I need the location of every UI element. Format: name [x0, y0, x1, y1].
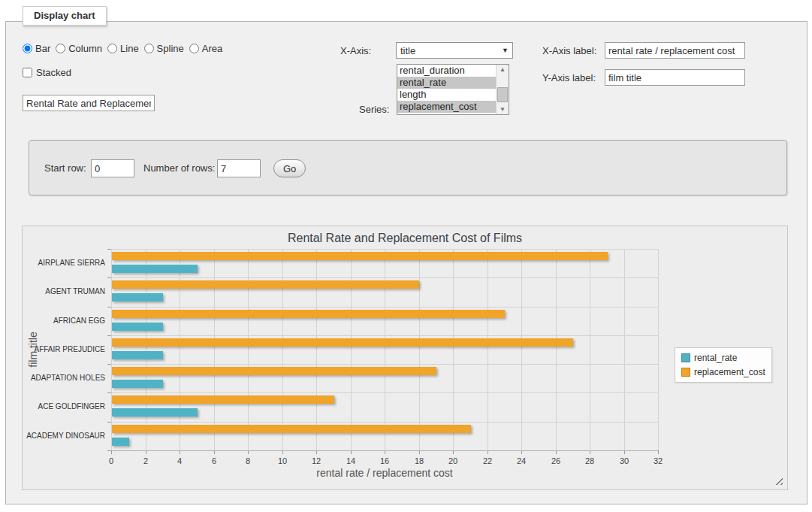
gridline-v — [146, 249, 146, 450]
series-option-rental_rate[interactable]: rental_rate — [397, 77, 496, 89]
category-label: AIRPLANE SIERRA — [23, 249, 105, 277]
chart-title: Rental Rate and Replacement Cost of Film… — [23, 232, 787, 245]
chart-type-radio-column[interactable] — [56, 44, 65, 53]
x-tick-label: 4 — [168, 456, 191, 465]
x-axis-select-label: X-Axis: — [340, 45, 371, 56]
gridline-h — [111, 249, 658, 250]
bar-rental_rate[interactable] — [112, 380, 163, 388]
series-option-replacement_cost[interactable]: replacement_cost — [397, 101, 496, 113]
x-axis-select[interactable]: title ▼ — [396, 42, 513, 59]
stacked-checkbox[interactable] — [23, 68, 32, 77]
x-tick-label: 6 — [203, 456, 225, 465]
chart-type-radio-area[interactable] — [189, 44, 199, 53]
series-option-rental_duration[interactable]: rental_duration — [397, 65, 496, 77]
category-label: ACADEMY DINOSAUR — [23, 422, 105, 450]
chart-type-option-column[interactable]: Column — [56, 43, 102, 54]
chart-type-option-area[interactable]: Area — [189, 43, 222, 54]
legend-item-replacement_cost[interactable]: replacement_cost — [681, 367, 765, 377]
start-row-label: Start row: — [44, 159, 86, 177]
y-tick — [107, 307, 111, 308]
x-tick-label: 0 — [100, 456, 122, 465]
legend-label: rental_rate — [694, 353, 737, 363]
legend-item-rental_rate[interactable]: rental_rate — [681, 353, 765, 363]
chart-type-option-spline[interactable]: Spline — [144, 43, 184, 54]
gridline-v — [624, 249, 625, 450]
x-tick-label: 8 — [237, 456, 259, 465]
x-axis-select-value: title — [400, 45, 415, 56]
series-listbox[interactable]: rental_durationrental_ratelengthreplacem… — [397, 64, 509, 115]
y-tick — [107, 364, 111, 365]
chart-type-option-bar[interactable]: Bar — [23, 43, 50, 54]
bar-replacement_cost[interactable] — [112, 367, 436, 375]
x-tick-label: 2 — [134, 456, 157, 465]
gridline-v — [180, 249, 180, 450]
gridline-v — [419, 249, 420, 450]
gridline-h — [111, 335, 658, 336]
x-axis-title: rental rate / replacement cost — [111, 467, 658, 479]
chart-type-label: Bar — [35, 43, 50, 54]
bar-rental_rate[interactable] — [112, 351, 163, 359]
gridline-v — [248, 249, 249, 450]
bar-replacement_cost[interactable] — [112, 425, 471, 433]
bar-replacement_cost[interactable] — [112, 280, 419, 289]
y-tick — [107, 392, 111, 393]
scroll-down-icon[interactable]: ▼ — [497, 105, 509, 114]
legend-swatch — [681, 368, 690, 377]
bar-rental_rate[interactable] — [112, 408, 198, 417]
num-rows-input[interactable] — [217, 159, 261, 177]
bar-rental_rate[interactable] — [112, 438, 129, 446]
gridline-v — [351, 249, 352, 450]
gridline-v — [111, 249, 112, 450]
gridline-v — [453, 249, 454, 450]
x-tick-label: 28 — [578, 456, 601, 465]
legend-swatch — [681, 353, 690, 362]
chart-title-input[interactable] — [23, 95, 155, 111]
x-tick-label: 32 — [647, 456, 669, 465]
chart-container: Rental Rate and Replacement Cost of Film… — [22, 226, 788, 490]
chart-type-radio-spline[interactable] — [144, 44, 154, 53]
series-option-length[interactable]: length — [397, 89, 496, 101]
bar-replacement_cost[interactable] — [112, 338, 573, 347]
start-row-input[interactable] — [91, 159, 134, 177]
series-scrollbar[interactable]: ▲ ▼ — [496, 65, 509, 114]
bar-rental_rate[interactable] — [112, 293, 163, 301]
chart-type-label: Spline — [157, 43, 184, 54]
chart-type-option-line[interactable]: Line — [107, 43, 139, 54]
bar-rental_rate[interactable] — [112, 265, 198, 273]
series-options: rental_durationrental_ratelengthreplacem… — [397, 65, 496, 114]
bar-replacement_cost[interactable] — [112, 395, 334, 404]
chart-type-radio-group: BarColumnLineSplineArea — [23, 43, 222, 54]
go-button[interactable]: Go — [273, 159, 306, 177]
scrollbar-thumb[interactable] — [497, 87, 508, 102]
gridline-v — [282, 249, 283, 450]
gridline-h — [111, 422, 658, 423]
gridline-v — [590, 249, 590, 450]
bar-replacement_cost[interactable] — [112, 252, 608, 260]
y-axis-label-input[interactable] — [605, 69, 745, 86]
y-tick — [107, 249, 111, 250]
chart-type-radio-bar[interactable] — [23, 44, 32, 53]
scroll-up-icon[interactable]: ▲ — [497, 65, 509, 74]
y-axis-title: film title — [27, 297, 39, 402]
gridline-v — [316, 249, 317, 450]
x-tick-label: 22 — [476, 456, 499, 465]
y-axis-label-label: Y-Axis label: — [542, 72, 596, 83]
resize-grip-icon[interactable] — [773, 475, 783, 485]
x-tick-label: 18 — [408, 456, 430, 465]
chart-type-label: Line — [120, 43, 139, 54]
gridline-h — [111, 364, 658, 365]
legend-label: replacement_cost — [694, 367, 765, 377]
stacked-label: Stacked — [36, 67, 71, 78]
chart-legend: rental_ratereplacement_cost — [675, 347, 772, 383]
gridline-h — [111, 277, 658, 278]
x-axis-line — [111, 450, 658, 451]
chart-type-radio-line[interactable] — [107, 44, 117, 53]
x-tick-label: 10 — [271, 456, 294, 465]
y-tick — [107, 335, 111, 336]
bar-rental_rate[interactable] — [112, 323, 163, 331]
chart-type-label: Area — [202, 43, 222, 54]
x-axis-label-input[interactable] — [605, 42, 745, 59]
gridline-v — [658, 249, 659, 450]
bar-replacement_cost[interactable] — [112, 310, 505, 318]
series-label: Series: — [359, 104, 389, 115]
